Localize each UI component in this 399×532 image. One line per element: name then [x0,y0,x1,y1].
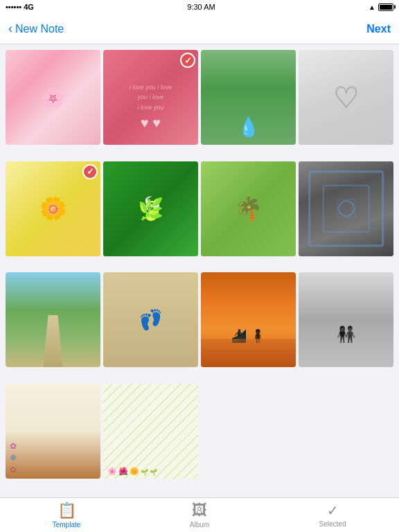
selected-icon: ✓ [327,502,339,519]
tab-selected-label: Selected [319,520,346,528]
template-icon: 📋 [57,502,76,520]
status-right: ▲ [369,3,393,11]
grid-item-8[interactable] [299,161,393,256]
grid-item-6[interactable]: 🍃 [103,161,198,256]
battery-indicator [378,3,393,11]
status-left: •••••• 4G [6,3,34,11]
status-time: 9:30 AM [187,3,215,11]
back-label: New Note [15,23,64,35]
back-button[interactable]: ‹ New Note [8,21,64,36]
next-button[interactable]: Next [366,23,391,35]
grid-item-4[interactable]: ♡ [299,50,393,145]
grid-item-12[interactable]: 👫 [299,272,393,367]
grid-item-13[interactable]: ✿ ❋ ✿ [6,384,100,479]
grid-item-14[interactable]: 🌸 🌺 🌼 🌱 🌱 [103,384,198,479]
album-icon: 🖼 [192,502,207,520]
grid-item-11[interactable]: 🏄‍♂️ 🧍 [201,272,296,367]
battery-fill [380,5,392,10]
grid-item-10[interactable]: 👣 [103,272,198,367]
grid-item-9[interactable] [6,272,100,367]
selected-badge-2: ✓ [180,53,195,68]
photo-grid: i love you i love you i love i love you … [0,44,399,497]
tab-template-label: Template [53,521,81,529]
selected-badge-5: ✓ [82,164,98,179]
grid-item-3[interactable]: 💧 [201,50,296,145]
grid-item-5[interactable]: 🌼 ✓ [6,161,100,256]
tab-album[interactable]: 🖼 Album [133,498,266,532]
grid-item-7[interactable]: 🌴 [201,161,296,256]
tab-album-label: Album [190,521,209,529]
status-bar: •••••• 4G 9:30 AM ▲ [0,0,399,14]
tab-template[interactable]: 📋 Template [0,498,133,532]
carrier-label: •••••• 4G [6,3,34,11]
grid-item-1[interactable] [6,50,100,145]
tab-selected[interactable]: ✓ Selected [266,498,399,532]
grid-item-2[interactable]: i love you i love you i love i love you … [103,50,198,145]
wifi-icon: ▲ [369,3,375,11]
back-chevron-icon: ‹ [8,21,12,36]
navigation-bar: ‹ New Note Next [0,14,399,44]
tab-bar: 📋 Template 🖼 Album ✓ Selected [0,497,399,532]
